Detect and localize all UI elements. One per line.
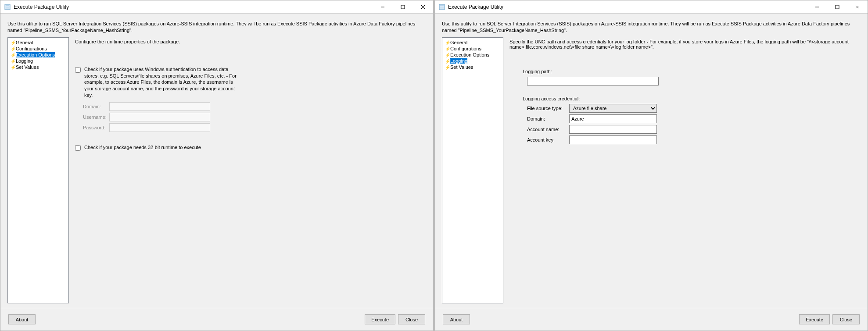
close-button[interactable]	[847, 0, 868, 13]
window-execution-options: Execute Package Utility Use this utility…	[0, 0, 434, 331]
nav-set-values[interactable]: ⚡Set Values	[9, 64, 68, 70]
execute-button[interactable]: Execute	[365, 314, 395, 324]
close-dialog-button[interactable]: Close	[832, 314, 860, 324]
panel-heading: Specify the UNC path and access credenti…	[509, 39, 857, 50]
windows-auth-checkbox[interactable]	[75, 67, 81, 73]
execute-button[interactable]: Execute	[799, 314, 830, 324]
panel-heading: Configure the run time properties of the…	[75, 39, 423, 44]
titlebar: Execute Package Utility	[435, 0, 868, 14]
nav-execution-options[interactable]: ⚡Execution Options	[9, 52, 68, 58]
footer: About Execute Close	[435, 308, 868, 331]
svg-rect-5	[401, 5, 405, 9]
about-button[interactable]: About	[8, 314, 36, 324]
domain-label: Domain:	[83, 104, 109, 109]
password-label: Password:	[83, 125, 109, 130]
app-icon	[438, 4, 445, 11]
description-text: Use this utility to run SQL Server Integ…	[7, 21, 426, 34]
window-title: Execute Package Utility	[448, 4, 807, 10]
file-source-type-select[interactable]: Azure file share	[569, 104, 657, 113]
titlebar: Execute Package Utility	[0, 0, 433, 14]
account-name-label: Account name:	[527, 127, 569, 132]
footer: About Execute Close	[0, 308, 433, 331]
32bit-label: Check if your package needs 32-bit runti…	[84, 144, 201, 151]
account-key-input[interactable]	[569, 135, 657, 144]
minimize-button[interactable]	[373, 0, 393, 13]
logging-domain-label: Domain:	[527, 116, 569, 121]
logging-domain-input[interactable]	[569, 114, 657, 123]
file-source-type-label: File source type:	[527, 106, 569, 111]
maximize-button[interactable]	[827, 0, 847, 13]
minimize-button[interactable]	[807, 0, 827, 13]
description-text: Use this utility to run SQL Server Integ…	[442, 21, 861, 34]
nav-logging[interactable]: ⚡Logging	[9, 58, 68, 64]
domain-input	[109, 102, 210, 111]
window-buttons	[807, 0, 868, 13]
svg-rect-10	[440, 7, 444, 7]
logging-credential-label: Logging access credential:	[523, 96, 659, 101]
logging-path-label: Logging path:	[523, 69, 659, 74]
password-input	[109, 123, 210, 132]
description-area: Use this utility to run SQL Server Integ…	[0, 14, 433, 37]
nav-logging[interactable]: ⚡Logging	[443, 58, 502, 64]
nav-general[interactable]: ⚡General	[443, 39, 502, 46]
svg-rect-13	[836, 5, 839, 9]
close-dialog-button[interactable]: Close	[398, 314, 425, 324]
nav-configurations[interactable]: ⚡Configurations	[443, 46, 502, 52]
username-label: Username:	[83, 114, 109, 120]
logging-path-input[interactable]	[527, 77, 659, 85]
description-area: Use this utility to run SQL Server Integ…	[435, 14, 868, 37]
svg-rect-11	[440, 8, 444, 8]
nav-set-values[interactable]: ⚡Set Values	[443, 64, 502, 70]
maximize-button[interactable]	[393, 0, 413, 13]
main-panel-logging: Specify the UNC path and access credenti…	[509, 37, 861, 303]
svg-rect-1	[6, 5, 9, 6]
app-icon	[4, 4, 11, 11]
svg-rect-9	[440, 5, 444, 6]
windows-auth-label: Check if your package uses Windows authe…	[84, 66, 242, 99]
close-button[interactable]	[413, 0, 433, 13]
nav-general[interactable]: ⚡General	[9, 39, 68, 46]
window-buttons	[373, 0, 433, 13]
main-panel-execution: Configure the run time properties of the…	[75, 37, 426, 303]
window-logging: Execute Package Utility Use this utility…	[434, 0, 868, 331]
svg-rect-2	[6, 7, 9, 7]
nav-panel: ⚡General ⚡Configurations ⚡Execution Opti…	[7, 37, 69, 303]
username-input	[109, 113, 210, 121]
about-button[interactable]: About	[443, 314, 470, 324]
nav-execution-options[interactable]: ⚡Execution Options	[443, 52, 502, 58]
svg-rect-3	[6, 8, 9, 8]
nav-panel: ⚡General ⚡Configurations ⚡Execution Opti…	[442, 37, 503, 303]
window-title: Execute Package Utility	[14, 4, 373, 10]
nav-configurations[interactable]: ⚡Configurations	[9, 46, 68, 52]
32bit-checkbox[interactable]	[75, 145, 81, 151]
account-name-input[interactable]	[569, 125, 657, 134]
account-key-label: Account key:	[527, 137, 569, 142]
